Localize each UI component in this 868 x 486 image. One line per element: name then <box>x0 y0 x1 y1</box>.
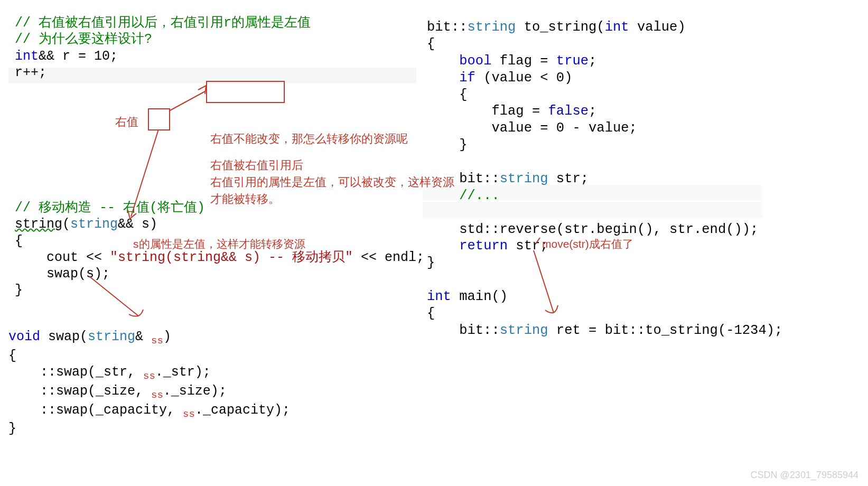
swap-prest: & <box>135 329 151 344</box>
r-l17b: main() <box>451 289 508 304</box>
r-l14b: return <box>459 238 508 254</box>
r-l3c: flag = <box>491 53 556 69</box>
swap-prest2: ) <box>163 329 171 344</box>
swap-l2b: ._size); <box>163 384 227 399</box>
ss-var-2: ss <box>151 389 163 401</box>
swap-l1a: ::swap(_str, <box>8 364 143 380</box>
r-l13b: reverse <box>500 222 556 237</box>
r-l3a <box>427 53 459 69</box>
r-l19a: bit:: <box>427 323 500 338</box>
red-box-small <box>148 108 170 130</box>
r-l13c: (str.begin(), str.end()); <box>556 222 759 237</box>
r-l18: { <box>427 306 435 321</box>
r-l4b: if <box>459 70 475 86</box>
r-l1c: to_string( <box>516 20 604 35</box>
r-l10c: str; <box>548 171 589 186</box>
page-root: // 右值被右值引用以后，右值引用r的属性是左值 // 为什么要这样设计? in… <box>0 0 868 486</box>
swap-name: swap( <box>40 329 88 344</box>
ctor-close: } <box>15 283 23 298</box>
r-l1b: string <box>468 20 516 35</box>
anno-after-3: 才能被转移。 <box>210 191 280 207</box>
ctor-param-rest: && s) <box>118 217 157 232</box>
ctor-open: { <box>15 233 23 249</box>
kw-int: int <box>15 49 39 64</box>
swap-close: } <box>8 421 16 436</box>
r-l6a: flag = <box>427 104 548 119</box>
r-l6c: ; <box>589 104 596 119</box>
incr-line: r++; <box>15 65 46 80</box>
swap-l2a: ::swap(_size, <box>8 384 151 399</box>
swap-l1b: ._str); <box>155 364 211 380</box>
watermark: CSDN @2301_79585944 <box>751 470 858 481</box>
r-l1e: value) <box>629 20 686 35</box>
red-box-large <box>206 81 285 103</box>
r-l7: value = 0 - value; <box>427 120 637 136</box>
r-l1a: bit:: <box>427 20 468 35</box>
r-l11: //... <box>427 188 500 203</box>
right-code: bit::string to_string(int value) { bool … <box>427 19 782 339</box>
anno-s-attr: s的属性是左值，这样才能转移资源 <box>133 237 305 251</box>
left-code-top: // 右值被右值引用以后，右值引用r的属性是左值 // 为什么要这样设计? in… <box>15 15 311 81</box>
swap-ptype: string <box>88 329 135 344</box>
r-l19c: ret = bit::to_string(-1234); <box>548 323 783 338</box>
r-l3e: ; <box>589 53 596 69</box>
ctor-line2: swap(s); <box>15 266 110 282</box>
comment-line-1: // 右值被右值引用以后，右值引用r的属性是左值 <box>15 15 311 31</box>
r-l6b: false <box>548 104 589 119</box>
anno-move-str: move(str)成右值了 <box>542 237 633 251</box>
anno-after-1: 右值被右值引用后 <box>210 157 303 173</box>
r-l19b: string <box>500 323 548 338</box>
ctor-line1-post: << endl; <box>353 250 424 265</box>
swap-open: { <box>8 348 16 363</box>
ss-var-3: ss <box>183 408 195 420</box>
r-l15: } <box>427 255 435 270</box>
ss-var-1: ss <box>143 370 155 382</box>
anno-rvalue-label: 右值 <box>115 114 138 130</box>
decl-rest: && r = 10; <box>39 49 118 64</box>
ctor-line1-str: "string(string&& s) -- 移动拷贝" <box>110 250 353 265</box>
r-l2: { <box>427 36 435 52</box>
swap-pvar: ss <box>151 335 163 347</box>
r-l1d: int <box>605 20 629 35</box>
anno-after-2: 右值引用的属性是左值，可以被改变，这样资源 <box>210 174 454 190</box>
kw-void: void <box>8 329 40 344</box>
r-l3d: true <box>556 53 589 69</box>
r-l14a <box>427 238 459 254</box>
r-l3b: bool <box>459 53 491 69</box>
ctor-name: string <box>15 217 62 232</box>
r-l13a: std:: <box>427 222 500 237</box>
ctor-line1-pre: cout << <box>15 250 110 265</box>
r-l4c: (value < 0) <box>475 70 573 86</box>
left-code-bottom: void swap(string& ss) { ::swap(_str, ss.… <box>8 329 290 437</box>
swap-l3a: ::swap(_capacity, <box>8 403 183 418</box>
swap-l3b: ._capacity); <box>195 403 290 418</box>
r-l17a: int <box>427 289 451 304</box>
anno-cannot-change: 右值不能改变，那怎么转移你的资源呢 <box>210 131 408 147</box>
move-comment: // 移动构造 -- 右值(将亡值) <box>15 200 205 216</box>
r-l5: { <box>427 87 468 102</box>
ctor-param-type: string <box>70 217 118 232</box>
comment-line-2: // 为什么要这样设计? <box>15 32 152 47</box>
r-l10b: string <box>500 171 548 186</box>
svg-line-0 <box>169 91 205 111</box>
r-l8: } <box>427 137 468 153</box>
r-l4a <box>427 70 459 86</box>
